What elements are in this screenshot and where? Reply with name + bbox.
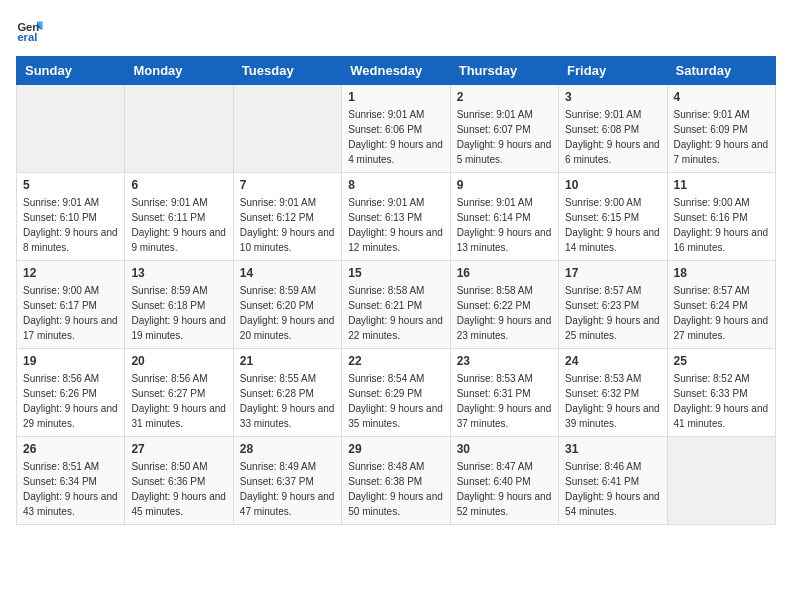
day-info: Sunrise: 9:01 AMSunset: 6:12 PMDaylight:… bbox=[240, 195, 335, 255]
day-number: 16 bbox=[457, 266, 552, 280]
day-number: 19 bbox=[23, 354, 118, 368]
calendar-week-row: 26Sunrise: 8:51 AMSunset: 6:34 PMDayligh… bbox=[17, 437, 776, 525]
calendar-cell bbox=[233, 85, 341, 173]
day-number: 5 bbox=[23, 178, 118, 192]
day-number: 17 bbox=[565, 266, 660, 280]
day-number: 1 bbox=[348, 90, 443, 104]
day-header-monday: Monday bbox=[125, 57, 233, 85]
day-number: 21 bbox=[240, 354, 335, 368]
calendar-cell: 26Sunrise: 8:51 AMSunset: 6:34 PMDayligh… bbox=[17, 437, 125, 525]
day-header-friday: Friday bbox=[559, 57, 667, 85]
calendar-week-row: 5Sunrise: 9:01 AMSunset: 6:10 PMDaylight… bbox=[17, 173, 776, 261]
day-number: 24 bbox=[565, 354, 660, 368]
day-number: 29 bbox=[348, 442, 443, 456]
day-info: Sunrise: 8:53 AMSunset: 6:32 PMDaylight:… bbox=[565, 371, 660, 431]
calendar-week-row: 1Sunrise: 9:01 AMSunset: 6:06 PMDaylight… bbox=[17, 85, 776, 173]
day-number: 30 bbox=[457, 442, 552, 456]
day-number: 7 bbox=[240, 178, 335, 192]
day-info: Sunrise: 8:55 AMSunset: 6:28 PMDaylight:… bbox=[240, 371, 335, 431]
calendar-cell: 23Sunrise: 8:53 AMSunset: 6:31 PMDayligh… bbox=[450, 349, 558, 437]
day-info: Sunrise: 9:01 AMSunset: 6:13 PMDaylight:… bbox=[348, 195, 443, 255]
day-info: Sunrise: 8:48 AMSunset: 6:38 PMDaylight:… bbox=[348, 459, 443, 519]
calendar-cell: 11Sunrise: 9:00 AMSunset: 6:16 PMDayligh… bbox=[667, 173, 775, 261]
day-header-wednesday: Wednesday bbox=[342, 57, 450, 85]
day-info: Sunrise: 8:52 AMSunset: 6:33 PMDaylight:… bbox=[674, 371, 769, 431]
day-number: 10 bbox=[565, 178, 660, 192]
calendar-cell: 16Sunrise: 8:58 AMSunset: 6:22 PMDayligh… bbox=[450, 261, 558, 349]
day-number: 20 bbox=[131, 354, 226, 368]
day-info: Sunrise: 9:01 AMSunset: 6:06 PMDaylight:… bbox=[348, 107, 443, 167]
calendar-cell: 18Sunrise: 8:57 AMSunset: 6:24 PMDayligh… bbox=[667, 261, 775, 349]
day-info: Sunrise: 8:59 AMSunset: 6:20 PMDaylight:… bbox=[240, 283, 335, 343]
day-number: 13 bbox=[131, 266, 226, 280]
calendar-cell: 1Sunrise: 9:01 AMSunset: 6:06 PMDaylight… bbox=[342, 85, 450, 173]
calendar-cell: 13Sunrise: 8:59 AMSunset: 6:18 PMDayligh… bbox=[125, 261, 233, 349]
page-header: Gen eral bbox=[16, 16, 776, 44]
day-info: Sunrise: 9:00 AMSunset: 6:15 PMDaylight:… bbox=[565, 195, 660, 255]
day-info: Sunrise: 9:01 AMSunset: 6:09 PMDaylight:… bbox=[674, 107, 769, 167]
day-number: 18 bbox=[674, 266, 769, 280]
day-header-sunday: Sunday bbox=[17, 57, 125, 85]
calendar-cell bbox=[17, 85, 125, 173]
calendar-cell: 3Sunrise: 9:01 AMSunset: 6:08 PMDaylight… bbox=[559, 85, 667, 173]
day-number: 25 bbox=[674, 354, 769, 368]
day-info: Sunrise: 8:59 AMSunset: 6:18 PMDaylight:… bbox=[131, 283, 226, 343]
day-number: 27 bbox=[131, 442, 226, 456]
calendar-cell: 19Sunrise: 8:56 AMSunset: 6:26 PMDayligh… bbox=[17, 349, 125, 437]
calendar-cell: 21Sunrise: 8:55 AMSunset: 6:28 PMDayligh… bbox=[233, 349, 341, 437]
calendar-cell: 30Sunrise: 8:47 AMSunset: 6:40 PMDayligh… bbox=[450, 437, 558, 525]
calendar-cell: 14Sunrise: 8:59 AMSunset: 6:20 PMDayligh… bbox=[233, 261, 341, 349]
day-info: Sunrise: 9:00 AMSunset: 6:16 PMDaylight:… bbox=[674, 195, 769, 255]
calendar-week-row: 19Sunrise: 8:56 AMSunset: 6:26 PMDayligh… bbox=[17, 349, 776, 437]
day-number: 2 bbox=[457, 90, 552, 104]
calendar-cell: 24Sunrise: 8:53 AMSunset: 6:32 PMDayligh… bbox=[559, 349, 667, 437]
day-number: 4 bbox=[674, 90, 769, 104]
calendar-cell: 10Sunrise: 9:00 AMSunset: 6:15 PMDayligh… bbox=[559, 173, 667, 261]
calendar-cell: 17Sunrise: 8:57 AMSunset: 6:23 PMDayligh… bbox=[559, 261, 667, 349]
day-number: 8 bbox=[348, 178, 443, 192]
day-number: 14 bbox=[240, 266, 335, 280]
day-info: Sunrise: 9:01 AMSunset: 6:11 PMDaylight:… bbox=[131, 195, 226, 255]
day-number: 28 bbox=[240, 442, 335, 456]
day-number: 31 bbox=[565, 442, 660, 456]
calendar-cell: 8Sunrise: 9:01 AMSunset: 6:13 PMDaylight… bbox=[342, 173, 450, 261]
calendar-cell: 7Sunrise: 9:01 AMSunset: 6:12 PMDaylight… bbox=[233, 173, 341, 261]
day-info: Sunrise: 9:00 AMSunset: 6:17 PMDaylight:… bbox=[23, 283, 118, 343]
calendar-cell: 22Sunrise: 8:54 AMSunset: 6:29 PMDayligh… bbox=[342, 349, 450, 437]
calendar-cell: 2Sunrise: 9:01 AMSunset: 6:07 PMDaylight… bbox=[450, 85, 558, 173]
day-header-thursday: Thursday bbox=[450, 57, 558, 85]
logo: Gen eral bbox=[16, 16, 48, 44]
svg-text:eral: eral bbox=[17, 31, 37, 43]
day-number: 3 bbox=[565, 90, 660, 104]
calendar-cell: 12Sunrise: 9:00 AMSunset: 6:17 PMDayligh… bbox=[17, 261, 125, 349]
calendar-header-row: SundayMondayTuesdayWednesdayThursdayFrid… bbox=[17, 57, 776, 85]
day-info: Sunrise: 8:56 AMSunset: 6:26 PMDaylight:… bbox=[23, 371, 118, 431]
calendar-week-row: 12Sunrise: 9:00 AMSunset: 6:17 PMDayligh… bbox=[17, 261, 776, 349]
calendar-cell: 25Sunrise: 8:52 AMSunset: 6:33 PMDayligh… bbox=[667, 349, 775, 437]
day-number: 23 bbox=[457, 354, 552, 368]
day-info: Sunrise: 9:01 AMSunset: 6:14 PMDaylight:… bbox=[457, 195, 552, 255]
day-info: Sunrise: 8:50 AMSunset: 6:36 PMDaylight:… bbox=[131, 459, 226, 519]
logo-icon: Gen eral bbox=[16, 16, 44, 44]
calendar-cell bbox=[667, 437, 775, 525]
calendar-cell: 6Sunrise: 9:01 AMSunset: 6:11 PMDaylight… bbox=[125, 173, 233, 261]
day-number: 12 bbox=[23, 266, 118, 280]
day-number: 26 bbox=[23, 442, 118, 456]
day-info: Sunrise: 8:54 AMSunset: 6:29 PMDaylight:… bbox=[348, 371, 443, 431]
day-info: Sunrise: 8:58 AMSunset: 6:22 PMDaylight:… bbox=[457, 283, 552, 343]
day-info: Sunrise: 8:49 AMSunset: 6:37 PMDaylight:… bbox=[240, 459, 335, 519]
day-number: 6 bbox=[131, 178, 226, 192]
day-info: Sunrise: 9:01 AMSunset: 6:08 PMDaylight:… bbox=[565, 107, 660, 167]
day-info: Sunrise: 8:51 AMSunset: 6:34 PMDaylight:… bbox=[23, 459, 118, 519]
calendar-cell: 20Sunrise: 8:56 AMSunset: 6:27 PMDayligh… bbox=[125, 349, 233, 437]
day-info: Sunrise: 8:56 AMSunset: 6:27 PMDaylight:… bbox=[131, 371, 226, 431]
calendar-cell: 15Sunrise: 8:58 AMSunset: 6:21 PMDayligh… bbox=[342, 261, 450, 349]
day-header-saturday: Saturday bbox=[667, 57, 775, 85]
day-number: 9 bbox=[457, 178, 552, 192]
day-info: Sunrise: 8:53 AMSunset: 6:31 PMDaylight:… bbox=[457, 371, 552, 431]
calendar-cell: 29Sunrise: 8:48 AMSunset: 6:38 PMDayligh… bbox=[342, 437, 450, 525]
day-number: 22 bbox=[348, 354, 443, 368]
calendar-cell: 4Sunrise: 9:01 AMSunset: 6:09 PMDaylight… bbox=[667, 85, 775, 173]
day-number: 15 bbox=[348, 266, 443, 280]
day-info: Sunrise: 8:57 AMSunset: 6:24 PMDaylight:… bbox=[674, 283, 769, 343]
